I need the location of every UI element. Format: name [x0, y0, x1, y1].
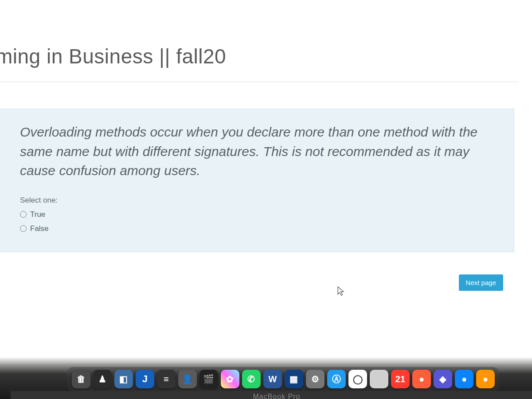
- course-title: ming in Business || fall20: [0, 0, 532, 82]
- dock-app-icon[interactable]: ▦: [285, 370, 303, 388]
- dock-clapperboard-icon[interactable]: 🎬: [200, 370, 218, 388]
- dock-whatsapp-icon[interactable]: ✆: [242, 370, 261, 388]
- laptop-model-label: MacBook Pro: [11, 391, 532, 399]
- dock-app-icon[interactable]: ♟: [93, 370, 112, 388]
- dock-app-icon[interactable]: ≡: [157, 370, 176, 388]
- question-text: Overloading methods occur when you decla…: [20, 122, 496, 180]
- quiz-page: ming in Business || fall20 Overloading m…: [0, 0, 532, 364]
- dock-intellij-icon[interactable]: J: [136, 370, 154, 388]
- header-divider: [0, 82, 519, 82]
- question-card: Overloading methods occur when you decla…: [0, 109, 514, 252]
- dock-settings-icon[interactable]: ⚙: [306, 370, 325, 388]
- dock-app-icon[interactable]: ◆: [434, 370, 452, 388]
- nav-row: Next page: [0, 252, 532, 309]
- dock-app-icon[interactable]: [370, 370, 388, 388]
- next-page-button[interactable]: Next page: [459, 274, 503, 291]
- dock-app-icon[interactable]: ●: [412, 370, 431, 388]
- dock-contacts-icon[interactable]: 👤: [178, 370, 197, 388]
- macos-dock: 🗑 ♟ ◧ J ≡ 👤 🎬 ✿ ✆ W ▦ ⚙ Ⓐ ◯ 21 ● ◆ ● ●: [67, 367, 499, 391]
- dock-app-icon[interactable]: ●: [476, 370, 495, 388]
- radio-icon: [20, 211, 27, 218]
- option-false-label: False: [30, 224, 49, 233]
- dock-app-icon[interactable]: ◧: [114, 370, 133, 388]
- dock-calendar-icon[interactable]: 21: [391, 370, 410, 388]
- dock-app-icon[interactable]: ●: [455, 370, 473, 388]
- option-true[interactable]: True: [20, 210, 496, 219]
- select-one-label: Select one:: [20, 196, 496, 205]
- dock-appstore-icon[interactable]: Ⓐ: [327, 370, 346, 388]
- dock-photos-icon[interactable]: ✿: [221, 370, 239, 388]
- dock-chrome-icon[interactable]: ◯: [348, 370, 367, 388]
- radio-icon: [20, 225, 27, 232]
- option-false[interactable]: False: [20, 224, 496, 233]
- dock-trash-icon[interactable]: 🗑: [72, 370, 90, 388]
- dock-word-icon[interactable]: W: [263, 370, 282, 388]
- option-true-label: True: [30, 210, 45, 219]
